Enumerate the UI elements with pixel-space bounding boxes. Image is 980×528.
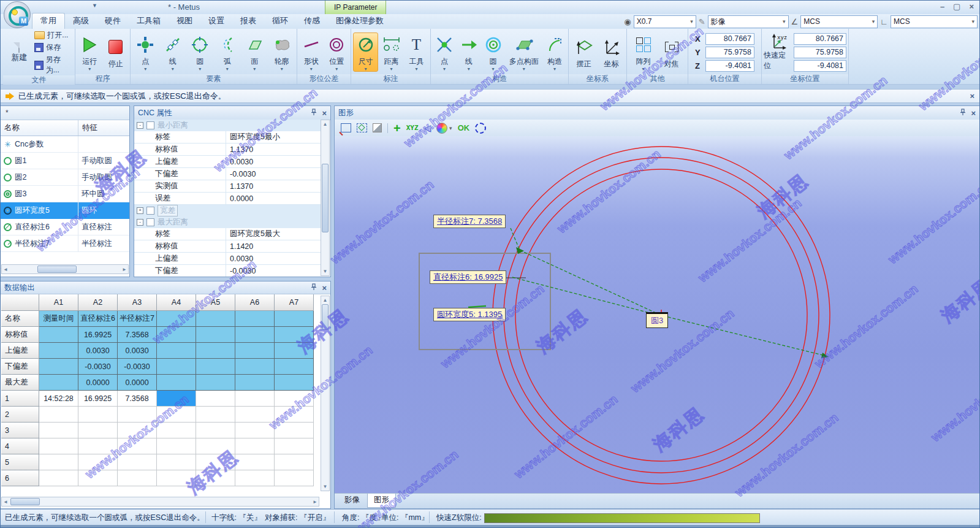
output-row-header[interactable]: 1 bbox=[1, 391, 39, 407]
run-button[interactable]: 运行▾ bbox=[77, 33, 102, 71]
output-cell[interactable] bbox=[157, 438, 196, 454]
color-picker-button[interactable]: ▾ bbox=[436, 123, 452, 134]
output-cell[interactable]: 7.3568 bbox=[118, 327, 157, 343]
tree-row[interactable]: 圆2手动取圆 bbox=[1, 169, 129, 186]
close-icon[interactable]: × bbox=[322, 283, 327, 293]
output-cell[interactable] bbox=[235, 407, 275, 423]
collapse-icon[interactable]: - bbox=[137, 122, 143, 129]
output-cell[interactable]: 0.0030 bbox=[78, 343, 118, 359]
output-cell[interactable] bbox=[235, 391, 275, 407]
output-row-header[interactable]: 5 bbox=[1, 454, 39, 470]
output-cell[interactable] bbox=[157, 311, 196, 327]
focus-button[interactable]: 对焦 bbox=[658, 36, 685, 69]
cnc-property-row[interactable]: 上偏差0.0030 bbox=[134, 156, 321, 168]
output-cell[interactable] bbox=[235, 454, 275, 470]
preview-button[interactable] bbox=[373, 123, 382, 132]
output-cell[interactable] bbox=[196, 327, 235, 343]
fit-view-button[interactable] bbox=[357, 123, 367, 132]
output-cell[interactable] bbox=[235, 311, 275, 327]
add-point-button[interactable]: + bbox=[393, 123, 401, 133]
save-button[interactable]: 保存 bbox=[34, 42, 73, 53]
status-unit[interactable]: 单位: 『mm』 bbox=[381, 513, 429, 523]
pin-icon[interactable] bbox=[311, 109, 317, 118]
output-col-header-A6[interactable]: A6 bbox=[235, 294, 275, 311]
output-col-header-A7[interactable]: A7 bbox=[275, 294, 314, 311]
construct-button[interactable]: 构造▾ bbox=[543, 33, 566, 71]
output-cell[interactable] bbox=[157, 454, 196, 470]
output-cell[interactable] bbox=[157, 359, 196, 375]
cs-combo-1[interactable]: MCS▾ bbox=[800, 15, 878, 28]
scroll-up-icon[interactable]: ▲ bbox=[323, 121, 328, 127]
cnc-property-row[interactable]: 下偏差-0.0030 bbox=[134, 265, 321, 277]
output-row-header[interactable]: 上偏差 bbox=[1, 343, 39, 359]
output-cell[interactable] bbox=[275, 343, 314, 359]
cnc-property-row[interactable]: 标签圆环宽度5最小 bbox=[134, 131, 321, 143]
output-cell[interactable] bbox=[39, 359, 78, 375]
scroll-thumb[interactable] bbox=[322, 164, 329, 232]
stop-button[interactable]: 停止 bbox=[104, 36, 129, 69]
close-icon[interactable]: × bbox=[971, 109, 976, 118]
output-cell[interactable] bbox=[275, 470, 314, 486]
output-cell[interactable] bbox=[39, 407, 78, 423]
output-cell[interactable]: 16.9925 bbox=[78, 327, 118, 343]
output-hscrollbar[interactable]: ◄ ► bbox=[1, 497, 319, 507]
scroll-thumb[interactable] bbox=[37, 266, 77, 273]
output-cell[interactable]: 0.0000 bbox=[118, 375, 157, 391]
output-cell[interactable] bbox=[157, 343, 196, 359]
output-cell[interactable] bbox=[157, 375, 196, 391]
checkbox[interactable] bbox=[146, 121, 154, 129]
output-row-header[interactable]: 标称值 bbox=[1, 327, 39, 343]
ribbon-tab-4[interactable]: 视图 bbox=[169, 13, 200, 29]
cnc-group-header[interactable]: +宽差 bbox=[134, 205, 321, 216]
scroll-right-icon[interactable]: ► bbox=[122, 267, 127, 272]
output-cell[interactable] bbox=[78, 454, 118, 470]
construct-plane-button[interactable]: 多点构面▾ bbox=[506, 33, 542, 71]
tree-row[interactable]: 半径标注7半径标注 bbox=[1, 235, 129, 252]
output-cell[interactable] bbox=[275, 391, 314, 407]
tree-col-feature[interactable]: 特征 bbox=[78, 120, 129, 136]
output-cell[interactable]: 14:52:28 bbox=[39, 391, 78, 407]
message-close-icon[interactable]: × bbox=[970, 91, 974, 101]
cnc-property-row[interactable]: 实测值1.1370 bbox=[134, 180, 321, 193]
output-cell[interactable] bbox=[196, 311, 235, 327]
output-cell[interactable] bbox=[275, 359, 314, 375]
output-row-header[interactable]: 最大差 bbox=[1, 375, 39, 391]
circle-select-button[interactable] bbox=[475, 123, 486, 134]
size-button[interactable]: 尺寸▾ bbox=[353, 33, 378, 72]
collapse-icon[interactable]: - bbox=[137, 219, 143, 226]
restore-button[interactable]: ▢ bbox=[953, 2, 960, 11]
output-cell[interactable]: -0.0030 bbox=[78, 359, 118, 375]
construct-line-button[interactable]: 线▾ bbox=[457, 33, 481, 71]
pin-icon[interactable] bbox=[960, 109, 966, 118]
ribbon-tab-1[interactable]: 高级 bbox=[65, 13, 97, 29]
output-cell[interactable] bbox=[118, 454, 157, 470]
tree-col-name[interactable]: 名称 bbox=[1, 120, 78, 136]
scroll-thumb[interactable] bbox=[322, 304, 329, 330]
back-button[interactable]: ◁ bbox=[424, 123, 431, 134]
ribbon-tab-0[interactable]: 常用 bbox=[32, 13, 65, 29]
output-vscrollbar[interactable]: ▲ ▼ bbox=[321, 296, 330, 491]
output-cell[interactable] bbox=[196, 375, 235, 391]
diameter-annotation-label[interactable]: 直径标注6: 16.9925 bbox=[430, 270, 506, 284]
floating-document-tab[interactable]: IP Parameter bbox=[325, 0, 386, 14]
output-cell[interactable] bbox=[78, 470, 118, 486]
cnc-property-row[interactable]: 标称值1.1370 bbox=[134, 143, 321, 156]
shape-button[interactable]: 形状▾ bbox=[299, 33, 324, 71]
cnc-vscrollbar[interactable]: ▲ ▼ bbox=[321, 120, 330, 276]
ribbon-tab-3[interactable]: 工具箱 bbox=[129, 13, 169, 29]
ribbon-tab-8[interactable]: 传感 bbox=[296, 13, 328, 29]
zoom-combo[interactable]: X0.7▾ bbox=[634, 15, 696, 28]
output-cell[interactable]: -0.0030 bbox=[118, 359, 157, 375]
output-cell[interactable]: 测量时间 bbox=[39, 311, 78, 327]
output-cell[interactable] bbox=[39, 327, 78, 343]
output-cell[interactable] bbox=[39, 454, 78, 470]
line-button[interactable]: 线▾ bbox=[160, 33, 186, 71]
tree-row[interactable]: 圆3环中圆 bbox=[1, 186, 129, 202]
output-col-header-A3[interactable]: A3 bbox=[118, 294, 157, 311]
scroll-left-icon[interactable]: ◄ bbox=[3, 499, 8, 505]
width-annotation-label[interactable]: 圆环宽度5: 1.1395 bbox=[433, 308, 506, 321]
xyz-button[interactable]: XYZ bbox=[406, 124, 419, 132]
save-as-button[interactable]: 另存为... bbox=[34, 55, 73, 75]
tree-row[interactable]: 圆环宽度5圆环 bbox=[1, 202, 129, 219]
output-cell[interactable] bbox=[78, 438, 118, 454]
